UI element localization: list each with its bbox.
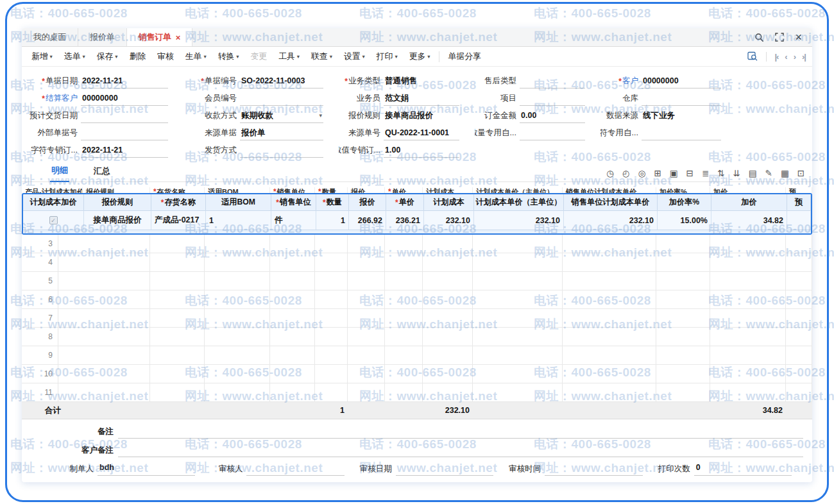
- table-row[interactable]: ✓接单商品报价产成品-02171件1266.92236.21232.10232.…: [23, 210, 811, 230]
- empty-cell[interactable]: [786, 328, 812, 346]
- empty-cell[interactable]: [270, 272, 315, 290]
- empty-cell[interactable]: [786, 272, 812, 290]
- deposit-amount-input[interactable]: 0.00: [520, 109, 585, 123]
- fullscreen-grid-icon[interactable]: ⊡: [797, 169, 804, 178]
- empty-table-row[interactable]: 8: [22, 328, 812, 346]
- changer-input[interactable]: [98, 482, 294, 483]
- empty-table-row[interactable]: 9: [22, 346, 812, 365]
- bill-no-input[interactable]: SO-2022-11-0003: [240, 74, 323, 88]
- layout-icon[interactable]: ▤: [749, 169, 757, 178]
- empty-cell[interactable]: [423, 365, 473, 383]
- project-input[interactable]: [520, 92, 585, 106]
- empty-cell[interactable]: [786, 235, 812, 253]
- field-label-customer[interactable]: *客户: [600, 76, 642, 87]
- data-source-input[interactable]: 线下业务: [642, 109, 721, 123]
- empty-cell[interactable]: [315, 235, 348, 253]
- empty-cell[interactable]: [205, 383, 270, 401]
- empty-cell[interactable]: [58, 290, 150, 308]
- remark-input[interactable]: [118, 425, 803, 439]
- tab-summary[interactable]: 汇总: [92, 165, 112, 181]
- customer-input[interactable]: 00000000: [642, 74, 721, 88]
- tab-my-desktop[interactable]: 我的桌面: [22, 28, 78, 46]
- empty-cell[interactable]: [150, 383, 205, 401]
- empty-table-row[interactable]: 4: [22, 253, 812, 272]
- cell-unit-price[interactable]: 236.21: [386, 210, 424, 230]
- empty-cell[interactable]: [58, 328, 150, 346]
- expected-delivery-date-input[interactable]: [81, 109, 168, 123]
- column-header-pre[interactable]: 预: [787, 194, 811, 210]
- search-icon[interactable]: [754, 33, 764, 42]
- empty-cell[interactable]: [656, 235, 710, 253]
- empty-cell[interactable]: [656, 346, 710, 364]
- field-label-settle-customer[interactable]: *结算客户: [22, 93, 81, 104]
- empty-cell[interactable]: [786, 309, 812, 327]
- empty-cell[interactable]: [710, 309, 786, 327]
- locate-row-icon[interactable]: ◎: [638, 169, 646, 178]
- empty-table-row[interactable]: 5: [22, 272, 812, 290]
- toolbar-item-more[interactable]: 更多▾: [404, 51, 436, 62]
- empty-cell[interactable]: [423, 328, 473, 346]
- column-header-plan-cost[interactable]: 计划成本: [424, 194, 474, 210]
- toolbar-item-pick[interactable]: 选单▾: [58, 51, 91, 62]
- empty-cell[interactable]: [150, 346, 205, 364]
- prev-record-icon[interactable]: ‹: [785, 52, 787, 62]
- external-bill-no-input[interactable]: [81, 126, 168, 140]
- empty-cell[interactable]: [423, 346, 473, 364]
- toolbar-item-change[interactable]: 变更: [245, 51, 273, 62]
- empty-cell[interactable]: [656, 365, 710, 383]
- cell-bom[interactable]: 1: [206, 210, 271, 230]
- empty-cell[interactable]: [315, 290, 348, 308]
- copy-row-icon[interactable]: ▣: [670, 169, 678, 178]
- empty-cell[interactable]: [315, 383, 348, 401]
- empty-cell[interactable]: [315, 328, 348, 346]
- empty-cell[interactable]: [563, 235, 656, 253]
- empty-table-row[interactable]: 3: [22, 235, 812, 253]
- empty-cell[interactable]: [58, 346, 150, 364]
- cell-quote-price[interactable]: 266.92: [349, 210, 386, 230]
- empty-cell[interactable]: [270, 328, 315, 346]
- empty-cell[interactable]: [473, 309, 563, 327]
- empty-cell[interactable]: [315, 309, 348, 327]
- empty-cell[interactable]: [205, 272, 270, 290]
- empty-cell[interactable]: [423, 253, 473, 271]
- empty-cell[interactable]: [473, 272, 563, 290]
- settle-customer-input[interactable]: 00000000: [81, 92, 168, 106]
- bill-date-input[interactable]: 2022-11-21: [81, 74, 168, 88]
- empty-cell[interactable]: [150, 253, 205, 271]
- empty-cell[interactable]: [563, 383, 656, 401]
- empty-cell[interactable]: [563, 290, 656, 308]
- source-doc-input[interactable]: 报价单: [240, 126, 323, 140]
- close-window-icon[interactable]: ×: [795, 31, 802, 43]
- empty-cell[interactable]: [315, 253, 348, 271]
- empty-cell[interactable]: [385, 328, 423, 346]
- cell-plan-cost[interactable]: 232.10: [424, 210, 474, 230]
- column-header-bom[interactable]: 适用BOM: [206, 194, 271, 210]
- empty-cell[interactable]: [385, 383, 423, 401]
- char-custom-input[interactable]: [642, 126, 721, 140]
- cell-markup[interactable]: 34.82: [711, 210, 787, 230]
- empty-cell[interactable]: [385, 346, 423, 364]
- empty-cell[interactable]: [150, 290, 205, 308]
- toolbar-item-share[interactable]: 单据分享: [439, 51, 487, 62]
- empty-cell[interactable]: [385, 235, 423, 253]
- salesman-input[interactable]: 范文娟: [384, 92, 459, 106]
- toolbar-item-settings[interactable]: 设置▾: [338, 51, 371, 62]
- empty-table-row[interactable]: 10: [22, 365, 812, 383]
- empty-cell[interactable]: [710, 290, 786, 308]
- column-header-markup-rate[interactable]: 加价率%: [658, 194, 711, 210]
- column-header-markup[interactable]: 加价: [711, 194, 787, 210]
- member-no-input[interactable]: [240, 92, 323, 106]
- tab-detail[interactable]: 明细: [50, 165, 69, 182]
- edit-icon[interactable]: ✎: [765, 169, 772, 178]
- empty-cell[interactable]: [270, 365, 315, 383]
- quote-rule-input[interactable]: 接单商品报价: [384, 109, 459, 123]
- calc-icon[interactable]: ▦: [781, 169, 789, 178]
- column-header-sales-unit-plan-cost-price[interactable]: 销售单位计划成本单价: [564, 194, 658, 210]
- empty-cell[interactable]: [656, 328, 710, 346]
- empty-cell[interactable]: [423, 272, 473, 290]
- next-record-icon[interactable]: ›: [794, 52, 796, 62]
- column-header-sales-unit[interactable]: *销售单位: [271, 194, 316, 210]
- empty-cell[interactable]: [315, 272, 348, 290]
- empty-cell[interactable]: [563, 365, 656, 383]
- toolbar-item-audit[interactable]: 审核: [151, 51, 180, 62]
